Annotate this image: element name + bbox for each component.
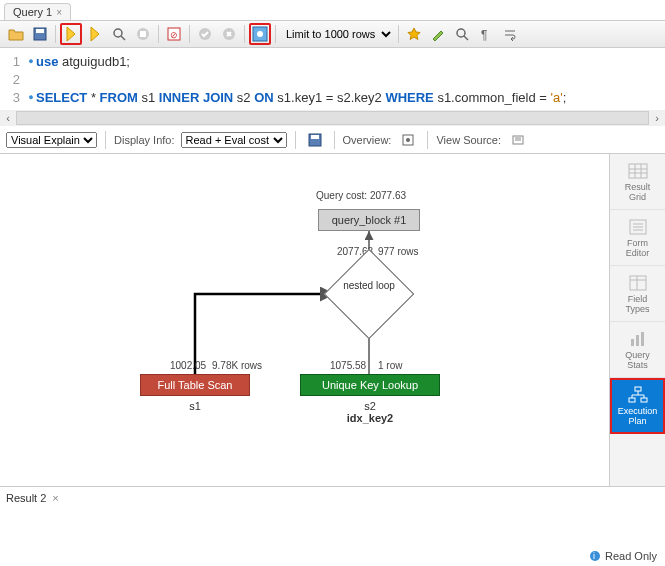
display-info-select[interactable]: Read + Eval cost (181, 132, 287, 148)
svg-rect-39 (641, 332, 644, 346)
save-button[interactable] (29, 23, 51, 45)
tab-query-stats[interactable]: Query Stats (610, 322, 665, 378)
view-source-label: View Source: (436, 134, 501, 146)
tab-form-editor[interactable]: Form Editor (610, 210, 665, 266)
svg-rect-38 (636, 335, 639, 346)
tab-execution-plan[interactable]: Execution Plan (610, 378, 665, 434)
read-only-label: Read Only (605, 550, 657, 562)
status-bar: i Read Only (589, 550, 657, 562)
commit-button[interactable] (194, 23, 216, 45)
overview-button[interactable] (397, 129, 419, 151)
rollback-button[interactable] (218, 23, 240, 45)
search-icon[interactable] (108, 23, 130, 45)
nested-loop-node[interactable]: nested loop (337, 262, 401, 326)
execute-button[interactable] (60, 23, 82, 45)
svg-point-19 (406, 138, 410, 142)
favorite-button[interactable] (403, 23, 425, 45)
find-button[interactable] (451, 23, 473, 45)
tab-result-2[interactable]: Result 2 (6, 492, 46, 504)
full-table-scan-node[interactable]: Full Table Scan (140, 374, 250, 396)
explain-toolbar: Visual Explain Display Info: Read + Eval… (0, 126, 665, 154)
svg-rect-1 (36, 29, 44, 33)
svg-rect-37 (631, 339, 634, 346)
overview-label: Overview: (343, 134, 392, 146)
result-side-panel: Result Grid Form Editor Field Types Quer… (609, 154, 665, 486)
svg-rect-40 (635, 387, 641, 391)
svg-point-13 (457, 29, 465, 37)
tab-result-grid[interactable]: Result Grid (610, 154, 665, 210)
toolbar: ⊘ Limit to 1000 rows ¶ (0, 20, 665, 48)
table-s1-label: s1 (140, 400, 250, 412)
row-limit-select[interactable]: Limit to 1000 rows (280, 27, 394, 41)
save-plan-button[interactable] (304, 129, 326, 151)
svg-text:¶: ¶ (481, 28, 487, 41)
line-number: 3 (0, 90, 26, 105)
svg-rect-42 (641, 398, 647, 402)
tab-label: Query 1 (13, 6, 52, 18)
svg-rect-41 (629, 398, 635, 402)
svg-rect-34 (630, 276, 646, 290)
svg-rect-17 (311, 135, 319, 139)
editor-hscrollbar[interactable]: ‹ › (0, 110, 665, 126)
ukl-cost: 1075.58 (330, 360, 366, 371)
svg-line-14 (464, 36, 468, 40)
tab-field-types[interactable]: Field Types (610, 266, 665, 322)
fts-cost: 1002.05 (170, 360, 206, 371)
scroll-left-icon[interactable]: ‹ (0, 110, 16, 126)
edge-rows: 977 rows (378, 246, 419, 257)
sql-editor[interactable]: 1●use atguigudb1;23●SELECT * FROM s1 INN… (0, 48, 665, 110)
open-file-button[interactable] (5, 23, 27, 45)
svg-text:⊘: ⊘ (170, 30, 178, 40)
scroll-right-icon[interactable]: › (649, 110, 665, 126)
close-icon[interactable]: × (56, 7, 62, 18)
tab-query-1[interactable]: Query 1 × (4, 3, 71, 20)
stop-button[interactable] (132, 23, 154, 45)
svg-line-4 (121, 36, 125, 40)
svg-point-12 (257, 31, 263, 37)
fts-rows: 9.78K rows (212, 360, 262, 371)
toggle-invisible-button[interactable]: ¶ (475, 23, 497, 45)
statement-marker-icon: ● (26, 92, 36, 102)
code-line[interactable]: SELECT * FROM s1 INNER JOIN s2 ON s1.key… (36, 90, 566, 105)
unique-key-lookup-node[interactable]: Unique Key Lookup (300, 374, 440, 396)
table-s2-label: s2 idx_key2 (300, 400, 440, 424)
query-block-node[interactable]: query_block #1 (318, 209, 420, 231)
wrap-button[interactable] (499, 23, 521, 45)
execute-current-button[interactable] (84, 23, 106, 45)
query-cost-label: Query cost: 2077.63 (316, 190, 406, 201)
statement-marker-icon: ● (26, 56, 36, 66)
display-info-label: Display Info: (114, 134, 175, 146)
explain-canvas[interactable]: Query cost: 2077.63 query_block #1 2077.… (0, 154, 609, 486)
svg-text:i: i (593, 551, 595, 561)
info-icon: i (589, 550, 601, 562)
view-source-button[interactable] (507, 129, 529, 151)
svg-point-47 (590, 551, 600, 561)
ukl-rows: 1 row (378, 360, 402, 371)
svg-rect-25 (629, 164, 647, 178)
svg-point-3 (114, 29, 122, 37)
close-icon[interactable]: × (52, 492, 58, 504)
result-tab-bar: Result 2 × i Read Only (0, 486, 665, 508)
beautify-button[interactable] (427, 23, 449, 45)
editor-tab-bar: Query 1 × (0, 0, 665, 20)
line-number: 1 (0, 54, 26, 69)
code-line[interactable]: use atguigudb1; (36, 54, 130, 69)
svg-rect-6 (140, 31, 146, 37)
line-number: 2 (0, 72, 26, 87)
explain-button[interactable] (249, 23, 271, 45)
explain-mode-select[interactable]: Visual Explain (6, 132, 97, 148)
toggle-autocommit-button[interactable]: ⊘ (163, 23, 185, 45)
